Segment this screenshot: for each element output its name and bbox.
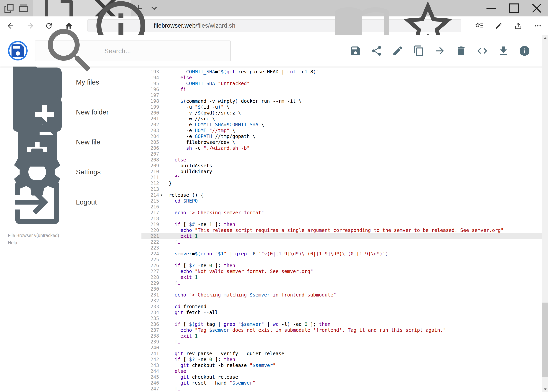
line-number[interactable]: 217 <box>141 210 159 216</box>
code-line-244[interactable]: 244 else <box>141 368 542 374</box>
line-number[interactable]: 226 <box>141 263 159 268</box>
line-number[interactable]: 214 <box>141 192 159 198</box>
code-line-216[interactable]: 216 <box>141 204 542 210</box>
code-line-229[interactable]: 229 fi <box>141 280 542 286</box>
line-number[interactable]: 216 <box>141 204 159 210</box>
line-number[interactable]: 246 <box>141 380 159 386</box>
line-number[interactable]: 236 <box>141 321 159 327</box>
share-button[interactable] <box>371 45 382 57</box>
back-button[interactable] <box>7 22 15 30</box>
line-number[interactable]: 209 <box>141 163 159 169</box>
line-number[interactable]: 213 <box>141 186 159 192</box>
code-line-239[interactable]: 239 fi <box>141 339 542 345</box>
line-number[interactable]: 215 <box>141 198 159 204</box>
line-number[interactable]: 207 <box>141 151 159 157</box>
search-box[interactable] <box>35 41 231 61</box>
line-number[interactable]: 221 <box>141 233 159 239</box>
line-number[interactable]: 200 <box>141 110 159 116</box>
minimize-button[interactable] <box>480 0 503 16</box>
line-number[interactable]: 196 <box>141 86 159 92</box>
code-line-197[interactable]: 197 <box>141 92 542 98</box>
code-text[interactable]: -u "$(id -u)" \ <box>169 104 542 110</box>
line-number[interactable]: 244 <box>141 368 159 374</box>
code-line-241[interactable]: 241 git rev-parse --verify --quiet relea… <box>141 351 542 357</box>
line-number[interactable]: 208 <box>141 157 159 163</box>
code-text[interactable]: sh -c "./wizard.sh -b" <box>169 145 542 151</box>
scroll-down-icon[interactable] <box>542 386 548 392</box>
code-line-230[interactable]: 230 <box>141 286 542 292</box>
line-number[interactable]: 218 <box>141 216 159 222</box>
line-number[interactable]: 204 <box>141 133 159 139</box>
code-line-237[interactable]: 237 echo "Tag $semver does not exist in … <box>141 327 542 333</box>
line-number[interactable]: 212 <box>141 181 159 186</box>
code-line-234[interactable]: 234 git fetch --all <box>141 310 542 315</box>
line-number[interactable]: 245 <box>141 374 159 380</box>
code-line-242[interactable]: 242 if [ $? -ne 0 ]; then <box>141 357 542 363</box>
tabs-aside-icon[interactable] <box>4 0 14 16</box>
code-line-204[interactable]: 204 -e GOPATH=//tmp/gopath \ <box>141 133 542 139</box>
copy-button[interactable] <box>413 45 425 57</box>
code-text[interactable]: git checkout release <box>169 374 542 380</box>
move-button[interactable] <box>434 45 446 57</box>
code-text[interactable]: git reset --hard "$semver" <box>169 380 542 386</box>
rename-button[interactable] <box>392 45 404 57</box>
hub-icon[interactable] <box>475 22 483 30</box>
code-line-226[interactable]: 226 if [ $? -ne 0 ]; then <box>141 263 542 268</box>
code-text[interactable]: } <box>169 181 542 186</box>
code-text[interactable] <box>169 151 542 157</box>
line-number[interactable]: 233 <box>141 304 159 310</box>
line-number[interactable]: 201 <box>141 116 159 122</box>
code-line-203[interactable]: 203 -e HOME="//tmp" \ <box>141 128 542 133</box>
code-text[interactable] <box>169 204 542 210</box>
line-number[interactable]: 197 <box>141 92 159 98</box>
code-text[interactable] <box>169 92 542 98</box>
line-number[interactable]: 230 <box>141 286 159 292</box>
code-line-240[interactable]: 240 <box>141 345 542 351</box>
code-line-227[interactable]: 227 echo "Not valid semver format. See s… <box>141 268 542 274</box>
code-line-246[interactable]: 246 git reset --hard "$semver" <box>141 380 542 386</box>
code-text[interactable]: echo "Not valid semver format. See semve… <box>169 268 542 274</box>
download-button[interactable] <box>498 45 509 57</box>
code-text[interactable]: COMMIT_SHA="untracked" <box>169 81 542 86</box>
code-line-206[interactable]: 206 sh -c "./wizard.sh -b" <box>141 145 542 151</box>
code-line-228[interactable]: 228 exit 1 <box>141 274 542 280</box>
code-text[interactable]: fi <box>169 386 542 392</box>
line-number[interactable]: 199 <box>141 104 159 110</box>
code-line-208[interactable]: 208 else <box>141 157 542 163</box>
code-text[interactable]: COMMIT_SHA="$(git rev-parse HEAD | cut -… <box>169 69 542 75</box>
tab-preview-icon[interactable] <box>18 0 29 16</box>
code-line-200[interactable]: 200 -v /$(pwd):/src:z \ <box>141 110 542 116</box>
code-line-194[interactable]: 194 else <box>141 75 542 81</box>
source-code-button[interactable] <box>476 45 488 57</box>
code-line-218[interactable]: 218 <box>141 216 542 222</box>
code-line-219[interactable]: 219 if [ $# -ne 1 ]; then <box>141 222 542 227</box>
line-number[interactable]: 241 <box>141 351 159 357</box>
code-line-233[interactable]: 233 cd frontend <box>141 304 542 310</box>
line-number[interactable]: 229 <box>141 280 159 286</box>
code-line-217[interactable]: 217 echo "> Checking semver format" <box>141 210 542 216</box>
code-text[interactable]: buildAssets <box>169 163 542 169</box>
code-line-211[interactable]: 211 fi <box>141 175 542 181</box>
code-line-223[interactable]: 223 <box>141 245 542 251</box>
code-text[interactable]: fi <box>169 280 542 286</box>
code-text[interactable]: fi <box>169 86 542 92</box>
code-text[interactable]: git checkout -b release "$semver" <box>169 363 542 368</box>
code-line-220[interactable]: 220 echo "This release script requires a… <box>141 227 542 233</box>
code-text[interactable] <box>169 315 542 321</box>
code-line-198[interactable]: 198 $(command -v winpty) docker run --rm… <box>141 98 542 104</box>
code-text[interactable]: $(command -v winpty) docker run --rm -it… <box>169 98 542 104</box>
code-line-247[interactable]: 247 fi <box>141 386 542 392</box>
code-line-202[interactable]: 202 -e COMMIT_SHA=$COMMIT_SHA \ <box>141 122 542 128</box>
line-number[interactable]: 203 <box>141 128 159 133</box>
line-number[interactable]: 205 <box>141 139 159 145</box>
code-text[interactable] <box>169 298 542 304</box>
line-number[interactable]: 222 <box>141 239 159 245</box>
code-text[interactable]: cd $REPO <box>169 198 542 204</box>
line-number[interactable]: 227 <box>141 268 159 274</box>
line-number[interactable]: 232 <box>141 298 159 304</box>
line-number[interactable]: 235 <box>141 315 159 321</box>
save-button[interactable] <box>350 45 361 57</box>
code-line-195[interactable]: 195 COMMIT_SHA="untracked" <box>141 81 542 86</box>
code-text[interactable]: -e HOME="//tmp" \ <box>169 128 542 133</box>
code-line-196[interactable]: 196 fi <box>141 86 542 92</box>
